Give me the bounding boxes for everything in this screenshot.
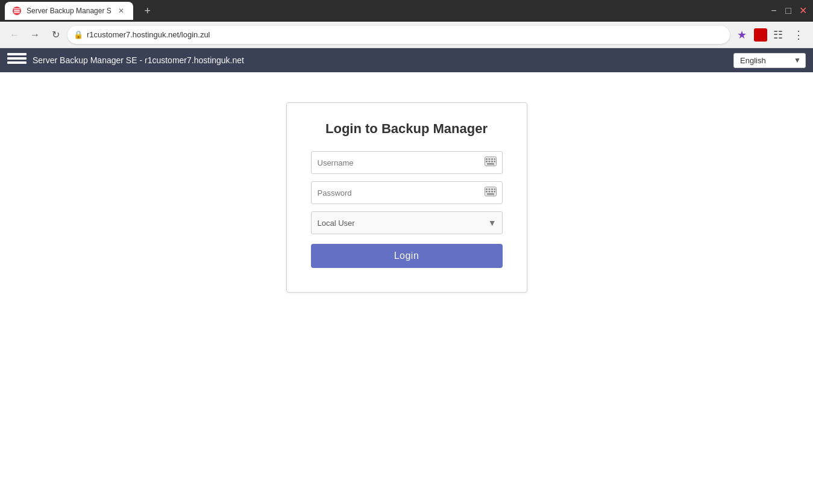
language-select-container: English French German Spanish ▼: [733, 53, 806, 68]
minimize-button[interactable]: −: [768, 5, 779, 16]
app-logo-icon: [7, 53, 27, 67]
language-selector-wrapper: English French German Spanish ▼: [733, 53, 806, 68]
language-select[interactable]: English French German Spanish: [733, 53, 806, 68]
logo-line-3: [7, 61, 27, 64]
page-content: Login to Backup Manager: [0, 72, 813, 504]
logo-line-2: [7, 57, 27, 60]
browser-menu-button[interactable]: ⋮: [790, 26, 807, 43]
url-input[interactable]: [67, 26, 730, 44]
logo-line-1: [7, 53, 27, 55]
tab-close-button[interactable]: ✕: [116, 6, 126, 16]
close-button[interactable]: ✕: [797, 5, 808, 16]
maximize-button[interactable]: □: [783, 5, 794, 16]
toolbar-icons: ☷: [754, 26, 786, 43]
user-type-group: Local User LDAP User Admin ▼: [311, 211, 503, 234]
svg-rect-7: [491, 158, 493, 160]
back-button[interactable]: ←: [6, 26, 23, 43]
login-heading: Login to Backup Manager: [311, 121, 503, 137]
title-bar: Server Backup Manager S ✕ + − □ ✕: [0, 0, 813, 22]
username-group: [311, 151, 503, 174]
browser-tab[interactable]: Server Backup Manager S ✕: [5, 2, 133, 20]
svg-rect-12: [494, 161, 495, 163]
svg-rect-10: [488, 161, 490, 163]
svg-rect-22: [494, 191, 495, 193]
svg-rect-2: [14, 8, 20, 10]
tab-title: Server Backup Manager S: [27, 7, 111, 15]
user-type-select-wrapper: Local User LDAP User Admin ▼: [311, 211, 503, 234]
app-title: Server Backup Manager SE - r1customer7.h…: [33, 55, 244, 65]
forward-button[interactable]: →: [27, 26, 43, 43]
window-controls: − □ ✕: [768, 5, 808, 16]
extension-red-button[interactable]: [754, 28, 767, 42]
svg-rect-17: [491, 188, 493, 190]
svg-rect-15: [486, 188, 488, 190]
app-header: Server Backup Manager SE - r1customer7.h…: [0, 48, 813, 72]
svg-rect-6: [488, 158, 490, 160]
login-button[interactable]: Login: [311, 244, 503, 268]
password-keyboard-icon[interactable]: [485, 187, 497, 199]
browser-frame: Server Backup Manager S ✕ + − □ ✕ ← → ↻ …: [0, 0, 813, 504]
svg-rect-19: [486, 191, 488, 193]
svg-rect-21: [491, 191, 493, 193]
svg-rect-20: [488, 191, 490, 193]
username-keyboard-icon[interactable]: [485, 157, 497, 169]
svg-rect-9: [486, 161, 488, 163]
login-card: Login to Backup Manager: [286, 102, 527, 293]
tab-favicon: [12, 6, 22, 16]
svg-rect-18: [494, 188, 495, 190]
svg-rect-11: [491, 161, 493, 163]
svg-rect-8: [494, 158, 495, 160]
url-bar-wrapper: 🔒: [67, 26, 730, 44]
bookmark-star-button[interactable]: ★: [733, 26, 750, 43]
extensions-button[interactable]: ☷: [770, 26, 786, 43]
svg-rect-5: [486, 158, 488, 160]
svg-rect-3: [14, 12, 20, 13]
username-input[interactable]: [311, 151, 503, 174]
user-type-select[interactable]: Local User LDAP User Admin: [311, 211, 503, 234]
refresh-button[interactable]: ↻: [47, 26, 64, 43]
svg-rect-1: [14, 10, 20, 11]
svg-rect-23: [487, 193, 494, 195]
password-group: [311, 181, 503, 204]
svg-rect-13: [487, 163, 494, 165]
address-bar: ← → ↻ 🔒 ★ ☷ ⋮: [0, 22, 813, 48]
password-input[interactable]: [311, 181, 503, 204]
new-tab-button[interactable]: +: [139, 2, 156, 19]
svg-rect-16: [488, 188, 490, 190]
